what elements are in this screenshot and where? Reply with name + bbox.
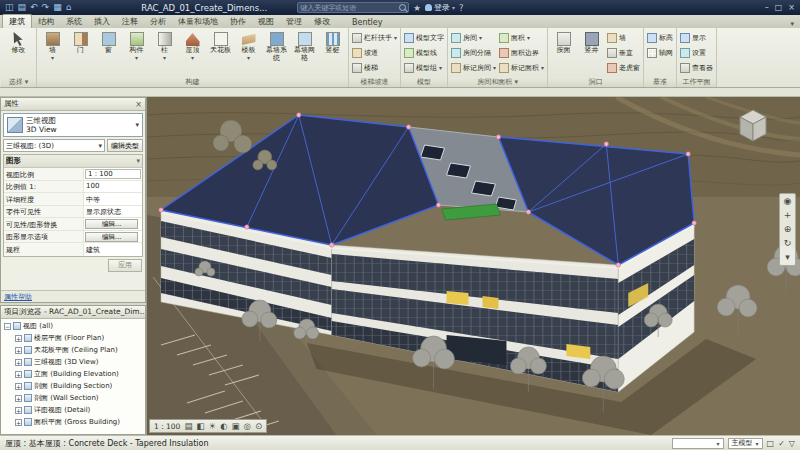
save-icon[interactable]: ▤ [18,0,27,15]
pan-button[interactable]: + [781,209,794,222]
tag-area-button[interactable]: 标记面积 ▾ [498,60,545,75]
redo-icon[interactable]: ↷ [42,0,50,15]
tab-bentley[interactable]: Bentley [346,17,389,28]
vertical-opening-button[interactable]: 垂直 [606,45,641,60]
expand-icon[interactable]: + [15,395,22,402]
wall-button[interactable]: 墙 [39,29,66,60]
set-work-plane-button[interactable]: 设置 [679,45,714,60]
mullion-button[interactable]: 竖梃 [319,29,346,55]
tab-insert[interactable]: 插入 [88,15,116,28]
railing-button[interactable]: 栏杆扶手 ▾ [351,30,398,45]
instance-selector[interactable]: 三维视图: (3D) ▾ [3,139,105,152]
tag-room-button[interactable]: 标记房间 ▾ [450,60,497,75]
view-cube[interactable] [730,103,776,149]
expand-icon[interactable]: + [15,407,22,414]
viewer-button[interactable]: 查看器 [679,60,714,75]
help-icon[interactable]: ? [459,3,464,13]
close-icon[interactable]: × [135,100,142,109]
edit-visibility-button[interactable]: 编辑... [85,219,138,229]
drawing-area[interactable]: ◉ + ⊕ ↻ ▾ 1 : 100 ▤ ◧ ☀ ◐ ▣ ◎ ⊙ [146,97,800,435]
reveal-hidden-button[interactable]: ⊙ [255,419,262,433]
wall-opening-button[interactable]: 墙 [606,30,641,45]
tab-massing-site[interactable]: 体量和场地 [172,15,224,28]
ceiling-button[interactable]: 天花板 [207,29,234,55]
ramp-button[interactable]: 坡道 [351,45,398,60]
tree-item-3d-view[interactable]: + 三维视图 (3D View) [1,356,145,368]
modify-button[interactable]: 修改 [3,29,34,55]
floor-button[interactable]: 楼板 [235,29,262,60]
expand-icon[interactable]: + [15,383,22,390]
shadows-button[interactable]: ◐ [220,419,227,433]
panel-label-room-area[interactable]: 房间和面积 ▾ [448,77,547,87]
properties-help-link[interactable]: 属性帮助 [4,292,32,302]
tree-item-ceiling-plan[interactable]: + 天花板平面 (Ceiling Plan) [1,344,145,356]
door-button[interactable]: 门 [67,29,94,55]
print-icon[interactable]: ▦ [53,0,62,15]
project-browser-header[interactable]: 项目浏览器 - RAC_AD_01_Create_Dim... × [1,306,145,319]
properties-header[interactable]: 属性 × [1,98,145,111]
window-button[interactable]: 窗 [95,29,122,55]
tab-manage[interactable]: 管理 [280,15,308,28]
tab-annotate[interactable]: 注释 [116,15,144,28]
search-icon[interactable] [399,4,406,11]
undo-icon[interactable]: ↶ [30,0,38,15]
prop-row-view-scale[interactable]: 视图比例 1 : 100 [4,168,142,181]
prop-row-parts-visibility[interactable]: 零件可见性 显示原状态 [4,206,142,219]
minimize-button[interactable]: – [765,3,769,12]
curtain-system-button[interactable]: 幕墙系统 [263,29,290,62]
model-text-button[interactable]: 模型文字 [403,30,445,45]
maximize-button[interactable]: □ [775,3,783,12]
search-input[interactable] [300,4,399,12]
tree-item-floor-plan[interactable]: + 楼层平面 (Floor Plan) [1,332,145,344]
roof-button[interactable]: 屋顶 [179,29,206,60]
tab-architecture[interactable]: 建筑 [2,14,32,28]
prop-row-scale-value[interactable]: 比例值 1: 100 [4,181,142,194]
panel-label-build[interactable]: 构建 [37,77,348,87]
level-button[interactable]: 标高 [646,30,674,45]
edit-graphic-display-button[interactable]: 编辑... [85,232,138,242]
tree-item-wall-section[interactable]: + 剖面 (Wall Section) [1,392,145,404]
type-selector[interactable]: 三维视图 3D View ▾ [3,113,143,137]
press-drag-check-icon[interactable]: ✓ [778,439,785,448]
sign-in-button[interactable]: 登录 ▾ [425,2,455,13]
orbit-button[interactable]: ↻ [781,237,794,250]
worksets-dropdown[interactable]: ▾ [672,438,724,449]
grid-button[interactable]: 轴网 [646,45,674,60]
column-button[interactable]: 柱 [151,29,178,60]
panel-label-select[interactable]: 选择 ▾ [1,77,36,87]
expand-icon[interactable]: + [15,419,22,426]
panel-label-opening[interactable]: 洞口 [548,77,643,87]
prop-row-graphic-display[interactable]: 图形显示选项 编辑... [4,231,142,244]
curtain-grid-button[interactable]: 幕墙网格 [291,29,318,62]
area-boundary-button[interactable]: 面积边界 [498,45,545,60]
crop-view-button[interactable]: ▣ [232,419,240,433]
design-option-dropdown[interactable]: 主模型 ▾ [728,438,763,449]
tree-item-building-elevation[interactable]: + 立面 (Building Elevation) [1,368,145,380]
temporary-hide-button[interactable]: ◎ [244,419,251,433]
edit-type-button[interactable]: 编辑类型 [107,139,143,152]
prop-row-visibility-overrides[interactable]: 可见性/图形替换 编辑... [4,218,142,231]
tree-item-views-all[interactable]: − 视图 (all) [1,320,145,332]
stair-button[interactable]: 楼梯 [351,60,398,75]
tab-collaborate[interactable]: 协作 [224,15,252,28]
zoom-button[interactable]: ⊕ [781,223,794,236]
panel-label-work-plane[interactable]: 工作平面 [677,77,716,87]
panel-label-model[interactable]: 模型 [401,77,447,87]
show-work-plane-button[interactable]: 显示 [679,30,714,45]
prop-row-discipline[interactable]: 规程 建筑 [4,243,142,256]
tree-item-detail-view[interactable]: + 详图视图 (Detail) [1,404,145,416]
tree-item-building-section[interactable]: + 剖面 (Building Section) [1,380,145,392]
3d-scene[interactable] [147,97,800,435]
navbar-more-button[interactable]: ▾ [781,251,794,264]
tab-structure[interactable]: 结构 [32,15,60,28]
scale-button[interactable]: 1 : 100 [154,422,180,431]
model-line-button[interactable]: 模型线 [403,45,445,60]
tab-systems[interactable]: 系统 [60,15,88,28]
expand-icon[interactable]: + [15,347,22,354]
area-button[interactable]: 面积 ▾ [498,30,545,45]
panel-label-datum[interactable]: 基准 [644,77,676,87]
default-3d-view-icon[interactable]: ⌂ [66,0,72,15]
model-group-button[interactable]: 模型组 ▾ [403,60,445,75]
tab-modify[interactable]: 修改 [308,15,336,28]
room-button[interactable]: 房间 ▾ [450,30,497,45]
